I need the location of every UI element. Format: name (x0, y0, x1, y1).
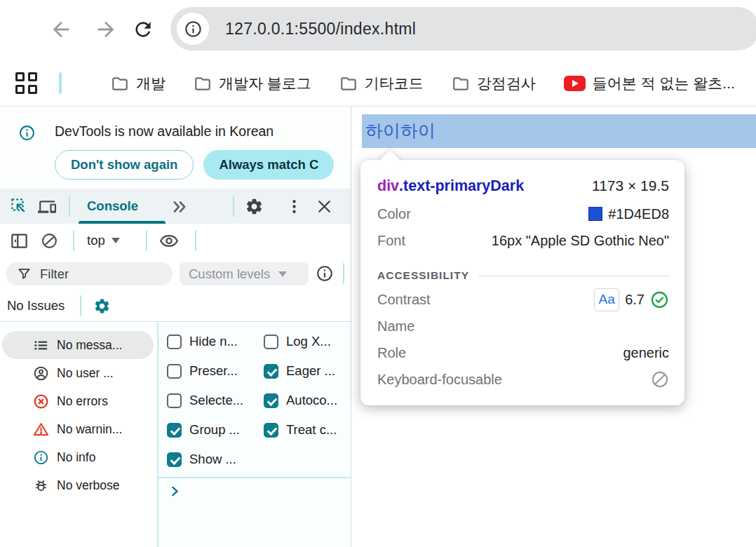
folder-icon (452, 74, 470, 93)
contrast-label: Contrast (377, 292, 431, 308)
sidebar-item-info[interactable]: No info (2, 443, 154, 471)
sidebar-item-verbose[interactable]: No verbose (2, 471, 154, 499)
role-value: generic (623, 345, 669, 361)
back-icon[interactable] (49, 18, 73, 41)
device-toolbar-icon[interactable] (38, 198, 56, 216)
element-tag: div (377, 177, 399, 195)
devtools-tabbar: Console (0, 189, 351, 224)
page-viewport: 하이하이 div.text-primaryDark 1173 × 19.5 Co… (352, 107, 756, 547)
contrast-value: 6.7 (625, 292, 644, 308)
notification-message: DevTools is now available in Korean (55, 123, 274, 140)
inspect-element-icon[interactable] (10, 197, 29, 216)
chevron-down-icon (112, 238, 120, 243)
tab-console[interactable]: Console (79, 189, 147, 224)
user-icon (33, 365, 49, 381)
devtools-panel: DevTools is now available in Korean Don'… (0, 107, 351, 547)
tooltip-caret (378, 150, 402, 174)
folder-icon (194, 74, 212, 93)
dont-show-again-button[interactable]: Don't show again (55, 150, 194, 180)
bookmark-label: 들어본 적 없는 왈츠... (593, 74, 735, 93)
sidebar-item-warnings[interactable]: No warnin... (2, 415, 154, 443)
color-swatch (588, 207, 602, 221)
filter-row: Filter Custom levels (0, 257, 351, 290)
header-rule (479, 276, 669, 276)
bug-icon (33, 478, 49, 494)
bookmark-label: 강점검사 (477, 74, 536, 93)
keyboard-focusable-label: Keyboard-focusable (377, 372, 502, 388)
sidebar-item-label: No messa... (57, 338, 122, 353)
info-icon (33, 450, 49, 466)
kebab-menu-icon[interactable] (285, 198, 303, 215)
filter-placeholder: Filter (40, 266, 69, 282)
contrast-pass-icon (650, 290, 669, 309)
levels-info-icon[interactable] (316, 264, 334, 283)
name-label: Name (377, 318, 414, 335)
console-prompt-chevron-icon[interactable] (168, 485, 182, 498)
issues-settings-gear-icon[interactable] (93, 297, 111, 315)
font-label: Font (377, 233, 405, 249)
reload-icon[interactable] (132, 18, 156, 42)
more-tabs-icon[interactable] (170, 198, 189, 216)
address-bar[interactable]: 127.0.0.1:5500/index.html (170, 7, 756, 50)
color-label: Color (377, 206, 411, 222)
element-dimensions: 1173 × 19.5 (592, 177, 669, 194)
font-value: 16px "Apple SD Gothic Neo" (492, 233, 669, 249)
clear-console-icon[interactable] (41, 232, 58, 250)
color-value: #1D4ED8 (608, 206, 669, 222)
checkbox-eager-eval[interactable]: Eager ... (264, 363, 335, 379)
bookmark-folder-strengths[interactable]: 강점검사 (452, 74, 536, 93)
sidebar-item-label: No warnin... (57, 422, 122, 437)
issues-row: No Issues (0, 290, 351, 322)
checkbox-preserve-log[interactable]: Preser... (167, 363, 238, 379)
browser-toolbar: 127.0.0.1:5500/index.html (0, 0, 756, 60)
bookmark-label: 개발 (136, 74, 166, 93)
checkbox-hide-network[interactable]: Hide n... (167, 334, 238, 349)
log-levels-dropdown[interactable]: Custom levels (180, 262, 309, 285)
element-class: .text-primaryDark (399, 177, 524, 195)
site-info-icon[interactable] (177, 13, 209, 45)
forward-icon[interactable] (94, 18, 118, 41)
bookmark-folder-dev[interactable]: 개발 (111, 74, 166, 93)
role-label: Role (377, 345, 406, 361)
eye-icon[interactable] (158, 231, 180, 250)
sidebar-item-label: No errors (57, 394, 108, 409)
checkbox-autocomplete[interactable]: Autoco... (264, 393, 337, 408)
element-highlight-overlay: 하이하이 (362, 114, 756, 148)
bookmark-label: 기타코드 (365, 74, 424, 93)
warning-icon (33, 421, 49, 438)
console-sidebar: No messa... No user ... No errors No war… (0, 322, 158, 547)
close-icon[interactable] (316, 198, 333, 215)
not-focusable-icon (651, 370, 669, 389)
sidebar-item-errors[interactable]: No errors (2, 387, 154, 415)
always-match-button[interactable]: Always match C (203, 150, 334, 180)
sidebar-item-user-messages[interactable]: No user ... (2, 359, 154, 387)
checkbox-group-similar[interactable]: Group ... (167, 422, 240, 438)
settings-separator (158, 477, 351, 478)
sidebar-item-label: No verbose (57, 478, 120, 493)
folder-icon (339, 74, 358, 93)
sidebar-item-label: No user ... (57, 366, 114, 381)
context-selector[interactable]: top (87, 224, 120, 257)
youtube-icon (564, 76, 586, 91)
sidebar-toggle-icon[interactable] (10, 231, 29, 250)
settings-gear-icon[interactable] (245, 197, 264, 216)
chevron-down-icon (278, 271, 287, 277)
inspected-element-text: 하이하이 (365, 114, 436, 148)
bookmark-folder-other-code[interactable]: 기타코드 (339, 74, 424, 93)
url-text: 127.0.0.1:5500/index.html (225, 7, 416, 50)
bookmark-folder-dev-blog[interactable]: 개발자 블로그 (194, 74, 311, 93)
sidebar-item-label: No info (57, 450, 95, 465)
checkbox-selected-context[interactable]: Selecte... (167, 393, 243, 408)
checkbox-show-cors[interactable]: Show ... (167, 452, 236, 467)
filter-input[interactable]: Filter (6, 262, 173, 285)
checkbox-treat-code[interactable]: Treat c... (264, 422, 337, 438)
bookmark-youtube[interactable]: 들어본 적 없는 왈츠... (564, 74, 735, 93)
apps-grid-icon[interactable] (15, 72, 38, 95)
checkbox-log-xhr[interactable]: Log X... (264, 334, 331, 349)
no-issues-status: No Issues (7, 290, 65, 321)
error-icon (33, 393, 49, 410)
contrast-sample: Aa (594, 288, 619, 311)
sidebar-item-messages[interactable]: No messa... (2, 331, 154, 359)
bookmark-label: 개발자 블로그 (219, 74, 311, 93)
console-toolbar: top (0, 224, 351, 257)
